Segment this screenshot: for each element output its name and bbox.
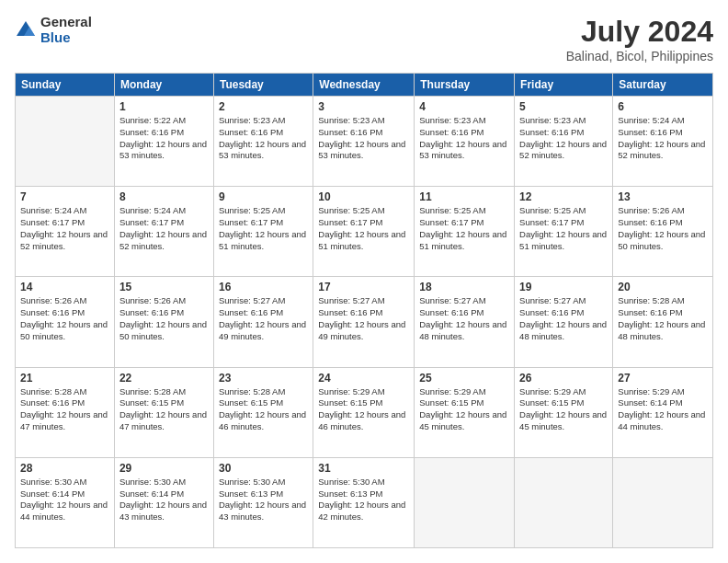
day-info: Sunrise: 5:28 AM Sunset: 6:16 PM Dayligh… bbox=[20, 386, 109, 433]
week-row-4: 21Sunrise: 5:28 AM Sunset: 6:16 PM Dayli… bbox=[16, 367, 713, 457]
day-number: 26 bbox=[519, 372, 608, 385]
day-header-saturday: Saturday bbox=[613, 74, 713, 97]
day-cell: 24Sunrise: 5:29 AM Sunset: 6:15 PM Dayli… bbox=[313, 367, 415, 457]
day-number: 27 bbox=[618, 372, 708, 385]
day-number: 16 bbox=[219, 281, 308, 293]
day-number: 15 bbox=[119, 281, 209, 293]
day-cell: 5Sunrise: 5:23 AM Sunset: 6:16 PM Daylig… bbox=[515, 97, 613, 187]
week-row-2: 7Sunrise: 5:24 AM Sunset: 6:17 PM Daylig… bbox=[16, 187, 713, 277]
day-number: 6 bbox=[618, 100, 708, 113]
day-cell: 30Sunrise: 5:30 AM Sunset: 6:13 PM Dayli… bbox=[213, 457, 313, 547]
day-cell: 25Sunrise: 5:29 AM Sunset: 6:15 PM Dayli… bbox=[415, 367, 515, 457]
day-number: 1 bbox=[119, 100, 209, 113]
location: Balinad, Bicol, Philippines bbox=[566, 49, 713, 63]
day-header-wednesday: Wednesday bbox=[313, 74, 415, 97]
day-number: 21 bbox=[20, 372, 109, 385]
day-info: Sunrise: 5:29 AM Sunset: 6:14 PM Dayligh… bbox=[618, 386, 708, 433]
day-info: Sunrise: 5:30 AM Sunset: 6:13 PM Dayligh… bbox=[318, 477, 409, 523]
logo-text: General Blue bbox=[40, 15, 92, 45]
day-info: Sunrise: 5:30 AM Sunset: 6:13 PM Dayligh… bbox=[219, 477, 308, 523]
title-block: July 2024 Balinad, Bicol, Philippines bbox=[566, 15, 713, 63]
page: General Blue July 2024 Balinad, Bicol, P… bbox=[0, 0, 728, 563]
day-cell: 20Sunrise: 5:28 AM Sunset: 6:16 PM Dayli… bbox=[613, 277, 713, 367]
day-cell: 16Sunrise: 5:27 AM Sunset: 6:16 PM Dayli… bbox=[213, 277, 313, 367]
day-info: Sunrise: 5:29 AM Sunset: 6:15 PM Dayligh… bbox=[318, 386, 409, 433]
day-cell bbox=[415, 457, 515, 547]
day-header-friday: Friday bbox=[515, 74, 613, 97]
day-cell bbox=[613, 457, 713, 547]
day-number: 30 bbox=[219, 462, 308, 475]
day-cell: 15Sunrise: 5:26 AM Sunset: 6:16 PM Dayli… bbox=[114, 277, 213, 367]
day-number: 13 bbox=[618, 190, 708, 203]
day-number: 14 bbox=[20, 281, 109, 293]
day-number: 25 bbox=[419, 372, 509, 385]
logo-icon bbox=[15, 19, 37, 41]
day-number: 9 bbox=[219, 190, 308, 203]
day-cell: 4Sunrise: 5:23 AM Sunset: 6:16 PM Daylig… bbox=[415, 97, 515, 187]
day-number: 19 bbox=[519, 281, 608, 293]
day-info: Sunrise: 5:24 AM Sunset: 6:16 PM Dayligh… bbox=[618, 115, 708, 162]
day-header-tuesday: Tuesday bbox=[213, 74, 313, 97]
day-number: 11 bbox=[419, 190, 509, 203]
day-cell: 14Sunrise: 5:26 AM Sunset: 6:16 PM Dayli… bbox=[16, 277, 115, 367]
day-info: Sunrise: 5:28 AM Sunset: 6:16 PM Dayligh… bbox=[618, 295, 708, 342]
day-cell: 6Sunrise: 5:24 AM Sunset: 6:16 PM Daylig… bbox=[613, 97, 713, 187]
day-info: Sunrise: 5:22 AM Sunset: 6:16 PM Dayligh… bbox=[119, 115, 209, 162]
day-info: Sunrise: 5:23 AM Sunset: 6:16 PM Dayligh… bbox=[519, 115, 608, 162]
day-info: Sunrise: 5:28 AM Sunset: 6:15 PM Dayligh… bbox=[219, 386, 308, 433]
day-info: Sunrise: 5:27 AM Sunset: 6:16 PM Dayligh… bbox=[318, 295, 409, 342]
day-cell: 27Sunrise: 5:29 AM Sunset: 6:14 PM Dayli… bbox=[613, 367, 713, 457]
day-cell: 28Sunrise: 5:30 AM Sunset: 6:14 PM Dayli… bbox=[16, 457, 115, 547]
day-info: Sunrise: 5:25 AM Sunset: 6:17 PM Dayligh… bbox=[219, 205, 308, 252]
day-number: 3 bbox=[318, 100, 409, 113]
day-cell: 11Sunrise: 5:25 AM Sunset: 6:17 PM Dayli… bbox=[415, 187, 515, 277]
day-cell: 10Sunrise: 5:25 AM Sunset: 6:17 PM Dayli… bbox=[313, 187, 415, 277]
day-cell: 3Sunrise: 5:23 AM Sunset: 6:16 PM Daylig… bbox=[313, 97, 415, 187]
day-cell: 18Sunrise: 5:27 AM Sunset: 6:16 PM Dayli… bbox=[415, 277, 515, 367]
day-info: Sunrise: 5:26 AM Sunset: 6:16 PM Dayligh… bbox=[20, 295, 109, 342]
day-info: Sunrise: 5:30 AM Sunset: 6:14 PM Dayligh… bbox=[119, 477, 209, 523]
day-info: Sunrise: 5:25 AM Sunset: 6:17 PM Dayligh… bbox=[318, 205, 409, 252]
month-year: July 2024 bbox=[566, 15, 713, 49]
day-header-sunday: Sunday bbox=[16, 74, 115, 97]
day-cell: 12Sunrise: 5:25 AM Sunset: 6:17 PM Dayli… bbox=[515, 187, 613, 277]
day-number: 28 bbox=[20, 462, 109, 475]
day-info: Sunrise: 5:25 AM Sunset: 6:17 PM Dayligh… bbox=[419, 205, 509, 252]
day-info: Sunrise: 5:28 AM Sunset: 6:15 PM Dayligh… bbox=[119, 386, 209, 433]
day-cell: 19Sunrise: 5:27 AM Sunset: 6:16 PM Dayli… bbox=[515, 277, 613, 367]
logo-general: General bbox=[40, 15, 92, 30]
day-info: Sunrise: 5:25 AM Sunset: 6:17 PM Dayligh… bbox=[519, 205, 608, 252]
day-number: 22 bbox=[119, 372, 209, 385]
day-info: Sunrise: 5:30 AM Sunset: 6:14 PM Dayligh… bbox=[20, 477, 109, 523]
day-number: 17 bbox=[318, 281, 409, 293]
day-cell: 21Sunrise: 5:28 AM Sunset: 6:16 PM Dayli… bbox=[16, 367, 115, 457]
day-number: 18 bbox=[419, 281, 509, 293]
day-info: Sunrise: 5:27 AM Sunset: 6:16 PM Dayligh… bbox=[219, 295, 308, 342]
day-number: 10 bbox=[318, 190, 409, 203]
calendar-header-row: SundayMondayTuesdayWednesdayThursdayFrid… bbox=[16, 74, 713, 97]
day-number: 8 bbox=[119, 190, 209, 203]
day-info: Sunrise: 5:29 AM Sunset: 6:15 PM Dayligh… bbox=[519, 386, 608, 433]
day-info: Sunrise: 5:24 AM Sunset: 6:17 PM Dayligh… bbox=[20, 205, 109, 252]
day-info: Sunrise: 5:29 AM Sunset: 6:15 PM Dayligh… bbox=[419, 386, 509, 433]
day-cell: 29Sunrise: 5:30 AM Sunset: 6:14 PM Dayli… bbox=[114, 457, 213, 547]
day-number: 5 bbox=[519, 100, 608, 113]
logo: General Blue bbox=[15, 15, 92, 45]
day-cell: 2Sunrise: 5:23 AM Sunset: 6:16 PM Daylig… bbox=[213, 97, 313, 187]
week-row-5: 28Sunrise: 5:30 AM Sunset: 6:14 PM Dayli… bbox=[16, 457, 713, 547]
day-info: Sunrise: 5:23 AM Sunset: 6:16 PM Dayligh… bbox=[219, 115, 308, 162]
day-number: 7 bbox=[20, 190, 109, 203]
day-info: Sunrise: 5:24 AM Sunset: 6:17 PM Dayligh… bbox=[119, 205, 209, 252]
day-header-monday: Monday bbox=[114, 74, 213, 97]
day-cell: 1Sunrise: 5:22 AM Sunset: 6:16 PM Daylig… bbox=[114, 97, 213, 187]
day-number: 12 bbox=[519, 190, 608, 203]
day-cell: 9Sunrise: 5:25 AM Sunset: 6:17 PM Daylig… bbox=[213, 187, 313, 277]
day-number: 2 bbox=[219, 100, 308, 113]
day-info: Sunrise: 5:23 AM Sunset: 6:16 PM Dayligh… bbox=[318, 115, 409, 162]
day-cell: 22Sunrise: 5:28 AM Sunset: 6:15 PM Dayli… bbox=[114, 367, 213, 457]
day-cell: 17Sunrise: 5:27 AM Sunset: 6:16 PM Dayli… bbox=[313, 277, 415, 367]
day-cell: 26Sunrise: 5:29 AM Sunset: 6:15 PM Dayli… bbox=[515, 367, 613, 457]
day-number: 20 bbox=[618, 281, 708, 293]
week-row-1: 1Sunrise: 5:22 AM Sunset: 6:16 PM Daylig… bbox=[16, 97, 713, 187]
day-number: 4 bbox=[419, 100, 509, 113]
